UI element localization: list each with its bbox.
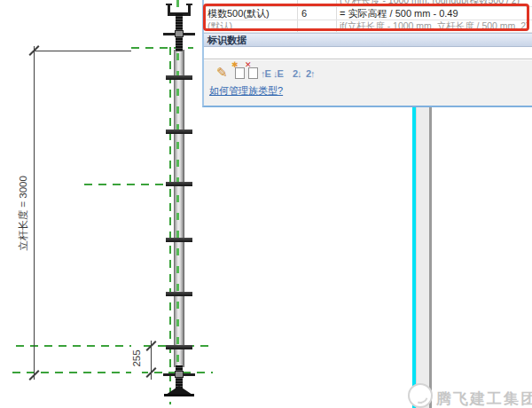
disc-connector [166,345,192,349]
sort-ascending-icon[interactable]: 2↓ [293,65,305,79]
disc-connector [166,292,192,296]
revit-family-editor-view: 立杆长度 = 3000 255 腾飞建工集团 (立杆长度 - 1000 mm, … [0,0,532,408]
disc-connector [166,238,192,242]
dimension-line-main [34,46,35,380]
company-logo-icon [408,383,433,408]
sort-descending-icon[interactable]: 2↑ [306,65,318,79]
adjusting-nut-top [175,30,184,37]
dimension-extension-top [34,51,131,51]
empty-parameter-row[interactable] [204,47,532,59]
dialog-button-panel: ✎ ✱ ✕ ↑E ↓E 2↓ 2↑ 如何管理族类型? [204,60,532,106]
disc-connector [166,75,192,80]
dimension-label-pole-length[interactable]: 立杆长度 = 3000 [17,165,30,263]
pole-tube [174,50,184,367]
new-parameter-icon[interactable]: ✱ [233,65,246,79]
watermark-text: 腾飞建工集团 [436,388,532,408]
adjusting-nut-bottom [175,371,184,378]
manage-family-types-link[interactable]: 如何管理族类型? [209,84,283,98]
dimension-label-offset[interactable]: 255 [131,341,142,376]
disc-connector [166,182,192,186]
highlight-annotation-box [203,4,529,31]
move-down-icon[interactable]: ↓E [273,65,286,79]
base-plate [164,394,194,396]
edit-pencil-icon[interactable]: ✎ [216,65,229,79]
fork-tip-right [186,4,192,5]
wall-element[interactable] [416,107,432,408]
identity-data-section-header: 标识数据 [204,33,532,47]
reference-line-top [131,47,193,49]
vertical-reference-line [169,47,171,404]
move-up-icon[interactable]: ↑E [261,65,273,79]
fork-tip-left [166,4,172,5]
delete-parameter-icon[interactable]: ✕ [246,65,259,79]
disc-connector [166,129,192,134]
